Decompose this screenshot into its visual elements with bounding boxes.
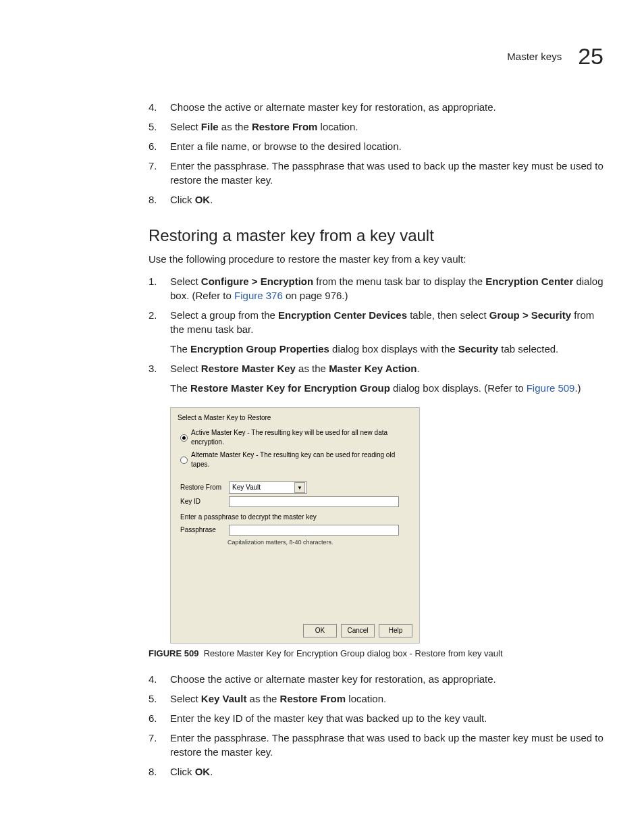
intro-paragraph: Use the following procedure to restore t… <box>149 252 603 266</box>
step-text: Enter the passphrase. The passphrase tha… <box>170 159 603 187</box>
radio-alternate-master-key[interactable]: Alternate Master Key - The resulting key… <box>180 450 412 469</box>
figure-caption: FIGURE 509 Restore Master Key for Encryp… <box>149 648 603 660</box>
step-number: 7. <box>149 159 162 187</box>
chevron-down-icon: ▼ <box>294 482 305 493</box>
step-number: 5. <box>149 120 162 134</box>
keyid-label: Key ID <box>180 497 225 506</box>
step-number: 6. <box>149 139 162 153</box>
header-chapter-number: 25 <box>578 41 603 73</box>
step-text: Select a group from the Encryption Cente… <box>170 308 603 336</box>
radio-label: Active Master Key - The resulting key wi… <box>191 428 412 447</box>
radio-icon <box>180 457 188 464</box>
steps-list-mid-cont: 3. Select Restore Master Key as the Mast… <box>149 361 603 375</box>
passphrase-hint: Capitalization matters, 8-40 characters. <box>227 538 412 547</box>
step-item: 1. Select Configure > Encryption from th… <box>149 274 603 303</box>
step-item: 2. Select a group from the Encryption Ce… <box>149 308 603 336</box>
step-item: 6. Enter a file name, or browse to the d… <box>149 139 603 153</box>
step-item: 8. Click OK. <box>149 764 603 779</box>
step-item: 4. Choose the active or alternate master… <box>149 672 603 686</box>
step-item: 7. Enter the passphrase. The passphrase … <box>149 731 603 759</box>
step-text: Click OK. <box>170 764 603 779</box>
step-number: 7. <box>149 731 162 759</box>
restore-from-row: Restore From Key Vault ▼ <box>180 481 412 494</box>
step-number: 5. <box>149 692 162 706</box>
step-number: 8. <box>149 764 162 779</box>
dialog-title: Select a Master Key to Restore <box>178 413 412 423</box>
step-item: 8. Click OK. <box>149 192 603 207</box>
figure-link[interactable]: Figure 376 <box>234 290 283 301</box>
page-content: 4. Choose the active or alternate master… <box>149 100 603 779</box>
radio-label: Alternate Master Key - The resulting key… <box>191 450 412 469</box>
step-item: 4. Choose the active or alternate master… <box>149 100 603 114</box>
page: Master keys 25 4. Choose the active or a… <box>0 0 644 834</box>
step-text: Choose the active or alternate master ke… <box>170 100 603 114</box>
step-number: 4. <box>149 100 162 114</box>
step-number: 6. <box>149 711 162 725</box>
header-section-label: Master keys <box>507 49 562 63</box>
step-text: Enter a file name, or browse to the desi… <box>170 139 603 153</box>
step-text: Enter the passphrase. The passphrase tha… <box>170 731 603 759</box>
step-item: 7. Enter the passphrase. The passphrase … <box>149 159 603 187</box>
step-subtext: The Restore Master Key for Encryption Gr… <box>170 381 603 395</box>
figure-link[interactable]: Figure 509 <box>527 382 575 394</box>
figure-caption-text: Restore Master Key for Encryption Group … <box>204 648 503 658</box>
restore-from-select[interactable]: Key Vault ▼ <box>229 481 307 494</box>
restore-master-key-dialog: Select a Master Key to Restore Active Ma… <box>170 407 420 644</box>
steps-list-top: 4. Choose the active or alternate master… <box>149 100 603 207</box>
step-text: Select Configure > Encryption from the m… <box>170 274 603 303</box>
ok-button[interactable]: OK <box>303 624 337 637</box>
step-text: Select File as the Restore From location… <box>170 120 603 134</box>
passphrase-prompt: Enter a passphrase to decrypt the master… <box>180 513 412 522</box>
step-number: 1. <box>149 274 162 303</box>
passphrase-row: Passphrase <box>180 525 412 536</box>
page-header: Master keys 25 <box>41 41 603 73</box>
select-value: Key Vault <box>232 483 261 492</box>
section-heading: Restoring a master key from a key vault <box>149 224 603 247</box>
step-text: Click OK. <box>170 192 603 207</box>
step-item: 6. Enter the key ID of the master key th… <box>149 711 603 725</box>
steps-list-bottom: 4. Choose the active or alternate master… <box>149 672 603 779</box>
passphrase-label: Passphrase <box>180 525 225 535</box>
step-text: Choose the active or alternate master ke… <box>170 672 603 686</box>
step-text: Select Restore Master Key as the Master … <box>170 361 603 375</box>
restore-from-label: Restore From <box>180 483 225 492</box>
step-subtext: The Encryption Group Properties dialog b… <box>170 342 603 356</box>
step-text: Enter the key ID of the master key that … <box>170 711 603 725</box>
cancel-button[interactable]: Cancel <box>341 624 375 637</box>
step-text: Select Key Vault as the Restore From loc… <box>170 692 603 706</box>
keyid-row: Key ID <box>180 496 412 507</box>
dialog-button-row: OK Cancel Help <box>303 624 412 637</box>
radio-icon <box>180 434 188 442</box>
keyid-input[interactable] <box>229 496 399 507</box>
radio-active-master-key[interactable]: Active Master Key - The resulting key wi… <box>180 428 412 447</box>
step-number: 2. <box>149 308 162 336</box>
step-item: 5. Select Key Vault as the Restore From … <box>149 692 603 706</box>
help-button[interactable]: Help <box>379 624 412 637</box>
step-item: 3. Select Restore Master Key as the Mast… <box>149 361 603 375</box>
step-number: 8. <box>149 192 162 207</box>
step-number: 4. <box>149 672 162 686</box>
step-item: 5. Select File as the Restore From locat… <box>149 120 603 134</box>
passphrase-input[interactable] <box>229 525 399 536</box>
steps-list-mid: 1. Select Configure > Encryption from th… <box>149 274 603 336</box>
step-number: 3. <box>149 361 162 375</box>
figure-number: FIGURE 509 <box>149 648 198 658</box>
